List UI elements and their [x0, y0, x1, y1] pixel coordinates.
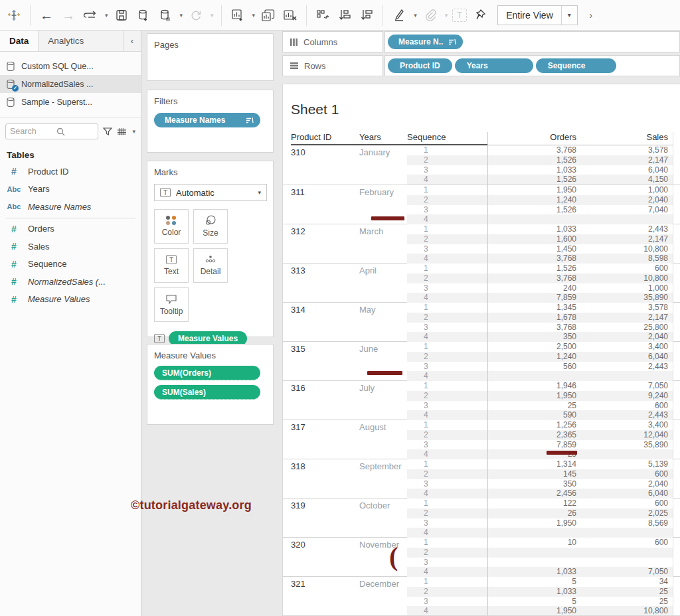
- swap-rows-columns-icon[interactable]: [314, 5, 331, 25]
- orders-cell[interactable]: 1,950: [487, 518, 582, 528]
- header-sequence[interactable]: Sequence: [407, 132, 487, 144]
- orders-cell[interactable]: 1,600: [487, 234, 582, 244]
- field-item-measure-names[interactable]: AbcMeasure Names: [0, 198, 141, 216]
- table-row[interactable]: 425: [407, 449, 673, 459]
- orders-cell[interactable]: 1,033: [487, 165, 582, 175]
- orders-cell[interactable]: 1,033: [487, 567, 582, 577]
- table-row[interactable]: 41,5264,150: [407, 175, 673, 185]
- sales-cell[interactable]: 3,578: [582, 303, 673, 313]
- sequence-cell[interactable]: 1: [407, 224, 487, 234]
- sequence-cell[interactable]: 2: [407, 313, 487, 323]
- orders-cell[interactable]: 1,240: [487, 195, 582, 205]
- add-data-source-icon[interactable]: [135, 5, 152, 25]
- back-icon[interactable]: ←: [38, 5, 55, 25]
- header-sales[interactable]: Sales: [582, 132, 673, 145]
- refresh-caret-icon[interactable]: ▾: [211, 12, 214, 19]
- orders-cell[interactable]: 1,033: [487, 587, 582, 597]
- sequence-cell[interactable]: 3: [407, 244, 487, 254]
- orders-cell[interactable]: 1,950: [487, 185, 582, 195]
- table-row[interactable]: 2: [407, 548, 673, 558]
- table-row[interactable]: 31,0336,040: [407, 165, 673, 175]
- sales-cell[interactable]: 3,400: [582, 342, 673, 352]
- orders-cell[interactable]: 1,678: [487, 313, 582, 323]
- sales-cell[interactable]: 2,147: [582, 313, 673, 323]
- sales-cell[interactable]: 2,443: [582, 362, 673, 372]
- sales-cell[interactable]: [582, 528, 673, 538]
- pause-auto-updates-icon[interactable]: [157, 5, 174, 25]
- years-cell[interactable]: November: [359, 538, 407, 576]
- sequence-cell[interactable]: 1: [407, 499, 487, 508]
- sequence-cell[interactable]: 4: [407, 371, 487, 381]
- orders-cell[interactable]: 590: [487, 410, 582, 420]
- orders-cell[interactable]: 3,768: [487, 323, 582, 333]
- orders-cell[interactable]: 1,240: [487, 352, 582, 362]
- product-id-cell[interactable]: 317: [291, 420, 359, 459]
- sequence-cell[interactable]: 1: [407, 342, 487, 352]
- sales-cell[interactable]: [582, 214, 673, 224]
- table-row[interactable]: 31,45010,800: [407, 244, 673, 254]
- orders-cell[interactable]: 2,500: [487, 342, 582, 352]
- sequence-cell[interactable]: 3: [407, 323, 487, 333]
- product-id-cell[interactable]: 316: [291, 381, 359, 420]
- replay-icon[interactable]: [82, 5, 99, 25]
- sequence-cell[interactable]: 4: [407, 254, 487, 264]
- orders-cell[interactable]: 5: [487, 597, 582, 607]
- sales-cell[interactable]: 34: [582, 577, 673, 587]
- table-row[interactable]: 11,526600: [407, 264, 673, 273]
- worksheet-view[interactable]: Sheet 1 Product ID Years Sequence Orders…: [282, 84, 680, 616]
- sequence-cell[interactable]: 2: [407, 155, 487, 165]
- field-item-measure-values[interactable]: #Measure Values: [0, 291, 141, 309]
- table-row[interactable]: 11,3453,578: [407, 303, 673, 313]
- detail-button[interactable]: Detail: [193, 248, 228, 283]
- orders-cell[interactable]: 1,526: [487, 264, 582, 273]
- orders-cell[interactable]: 5: [487, 577, 582, 587]
- years-cell[interactable]: January: [359, 145, 407, 185]
- sequence-cell[interactable]: 3: [407, 205, 487, 215]
- tooltip-button[interactable]: Tooltip: [154, 287, 189, 322]
- fix-axes-icon[interactable]: [471, 5, 489, 25]
- sequence-cell[interactable]: 3: [407, 597, 487, 607]
- replay-caret-icon[interactable]: ▾: [105, 12, 108, 19]
- size-button[interactable]: Size: [193, 209, 228, 244]
- marks-card[interactable]: Marks T Automatic ▾ Color Size T Text: [147, 161, 274, 337]
- sequence-cell[interactable]: 4: [407, 293, 487, 303]
- orders-cell[interactable]: 122: [487, 499, 582, 508]
- sequence-cell[interactable]: 2: [407, 273, 487, 283]
- sales-cell[interactable]: 5,139: [582, 459, 673, 469]
- table-row[interactable]: 21,6782,147: [407, 313, 673, 323]
- pill-measure-names-columns[interactable]: Measure N..: [388, 35, 463, 49]
- table-row[interactable]: 11,0332,443: [407, 224, 673, 234]
- orders-cell[interactable]: 1,946: [487, 381, 582, 391]
- table-row[interactable]: 35602,443: [407, 362, 673, 372]
- sales-cell[interactable]: 6,040: [582, 489, 673, 499]
- header-years[interactable]: Years: [359, 132, 407, 144]
- table-row[interactable]: 325600: [407, 401, 673, 411]
- orders-cell[interactable]: [487, 214, 582, 224]
- orders-cell[interactable]: 145: [487, 469, 582, 479]
- tab-analytics[interactable]: Analytics: [39, 31, 124, 51]
- table-row[interactable]: 4: [407, 371, 673, 381]
- years-cell[interactable]: December: [359, 577, 407, 615]
- sales-cell[interactable]: [582, 558, 673, 568]
- table-row[interactable]: 31,5267,040: [407, 205, 673, 215]
- sales-cell[interactable]: 7,050: [582, 381, 673, 391]
- sales-cell[interactable]: 600: [582, 538, 673, 548]
- orders-cell[interactable]: 1,526: [487, 205, 582, 215]
- highlight-icon[interactable]: [390, 5, 408, 25]
- filters-card[interactable]: Filters Measure Names: [147, 90, 274, 153]
- orders-cell[interactable]: 1,256: [487, 420, 582, 430]
- field-item-product-id[interactable]: #Product ID: [0, 163, 141, 181]
- sequence-cell[interactable]: 4: [407, 528, 487, 538]
- orders-cell[interactable]: 7,859: [487, 293, 582, 303]
- table-row[interactable]: 13,7683,578: [407, 145, 673, 155]
- sequence-cell[interactable]: 1: [407, 381, 487, 391]
- table-row[interactable]: 11,2563,400: [407, 420, 673, 430]
- search-input[interactable]: [10, 127, 56, 136]
- orders-cell[interactable]: 240: [487, 283, 582, 293]
- sequence-cell[interactable]: 1: [407, 459, 487, 469]
- show-mark-labels-icon[interactable]: T: [452, 9, 467, 22]
- product-id-cell[interactable]: 312: [291, 224, 359, 263]
- sequence-cell[interactable]: 4: [407, 175, 487, 185]
- product-id-cell[interactable]: 318: [291, 459, 359, 498]
- table-row[interactable]: 45902,443: [407, 410, 673, 420]
